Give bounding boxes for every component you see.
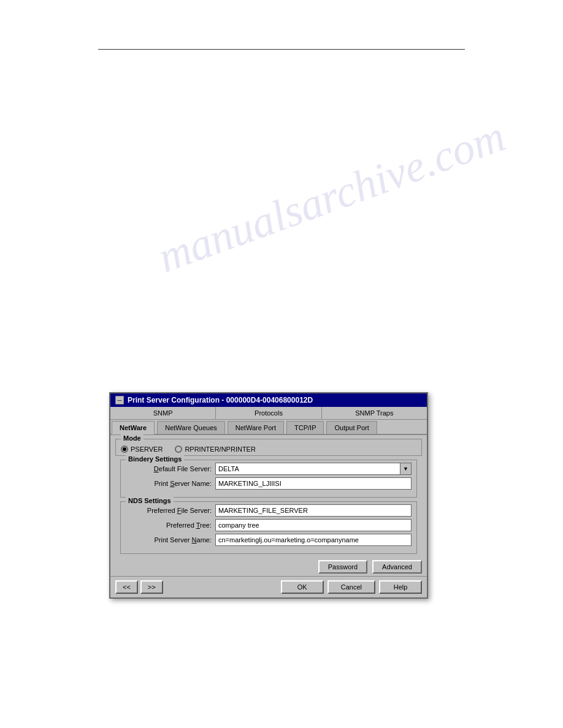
default-file-server-field-wrap: ▼ (215, 463, 412, 475)
print-server-name-nds-input[interactable] (215, 534, 412, 546)
ok-button[interactable]: OK (281, 580, 324, 594)
top-tab-row: SNMP Protocols SNMP Traps (110, 407, 427, 420)
nav-right-buttons: OK Cancel Help (281, 580, 422, 594)
pserver-label: PSERVER (131, 446, 163, 453)
preferred-tree-input[interactable] (215, 519, 412, 531)
tab-protocols[interactable]: Protocols (216, 407, 321, 419)
print-server-name-bindery-input[interactable] (215, 477, 412, 490)
password-button[interactable]: Password (318, 560, 367, 574)
dialog-system-icon[interactable]: ─ (115, 396, 124, 404)
preferred-file-server-input[interactable] (215, 504, 412, 517)
tab-netware-port[interactable]: NetWare Port (228, 421, 284, 434)
dialog-title: Print Server Configuration - 000000D4-00… (128, 396, 313, 404)
preferred-file-server-label: Preferred File Server: (126, 507, 212, 514)
page-content: manualsarchive.com ─ Print Server Config… (0, 0, 563, 728)
tab-tcpip[interactable]: TCP/IP (286, 421, 324, 434)
bindery-label: Bindery Settings (126, 455, 184, 463)
tab-snmp-traps[interactable]: SNMP Traps (322, 407, 427, 419)
mode-label: Mode (121, 434, 144, 442)
tab-output-port[interactable]: Output Port (326, 421, 377, 434)
cancel-button[interactable]: Cancel (327, 580, 375, 594)
bindery-settings-section: Bindery Settings Default File Server: ▼ … (115, 460, 422, 498)
back-button[interactable]: << (115, 580, 138, 594)
nds-box: NDS Settings Preferred File Server: Pref… (120, 501, 417, 554)
tab-netware[interactable]: NetWare (112, 421, 155, 434)
tab-netware-queues[interactable]: NetWare Queues (157, 421, 225, 434)
dialog-window: ─ Print Server Configuration - 000000D4-… (109, 392, 428, 599)
action-buttons-row: Password Advanced (110, 558, 427, 576)
preferred-file-server-row: Preferred File Server: (126, 504, 412, 517)
horizontal-rule (98, 49, 465, 50)
nds-settings-section: NDS Settings Preferred File Server: Pref… (115, 501, 422, 554)
pserver-option[interactable]: PSERVER (121, 446, 163, 453)
dialog-titlebar: ─ Print Server Configuration - 000000D4-… (110, 393, 427, 407)
dialog-nav-row: << >> OK Cancel Help (110, 576, 427, 597)
help-button[interactable]: Help (379, 580, 422, 594)
bottom-tab-row: NetWare NetWare Queues NetWare Port TCP/… (110, 420, 427, 435)
default-file-server-dropdown-btn[interactable]: ▼ (400, 463, 412, 475)
bindery-box: Bindery Settings Default File Server: ▼ … (120, 460, 417, 498)
nav-left-buttons: << >> (115, 580, 163, 594)
print-server-name-nds-row: Print Server Name: (126, 534, 412, 546)
print-server-name-bindery-row: Print Server Name: (126, 477, 412, 490)
print-server-name-bindery-label: Print Server Name: (126, 480, 212, 487)
mode-radio-row: PSERVER RPRINTER/NPRINTER (121, 446, 416, 453)
advanced-button[interactable]: Advanced (372, 560, 422, 574)
preferred-tree-label: Preferred Tree: (126, 521, 212, 529)
rprinter-option[interactable]: RPRINTER/NPRINTER (175, 446, 256, 453)
default-file-server-row: Default File Server: ▼ (126, 463, 412, 475)
watermark-text: manualsarchive.com (151, 111, 512, 284)
pserver-radio[interactable] (121, 446, 128, 453)
rprinter-radio[interactable] (175, 446, 182, 453)
rprinter-label: RPRINTER/NPRINTER (185, 446, 256, 453)
tab-snmp[interactable]: SNMP (110, 407, 216, 419)
default-file-server-input[interactable] (215, 463, 400, 475)
mode-section: Mode PSERVER RPRINTER/NPRINTER (115, 439, 422, 456)
print-server-name-nds-label: Print Server Name: (126, 536, 212, 544)
nds-label: NDS Settings (126, 497, 174, 504)
default-file-server-label: Default File Server: (126, 465, 212, 472)
preferred-tree-row: Preferred Tree: (126, 519, 412, 531)
forward-button[interactable]: >> (140, 580, 163, 594)
